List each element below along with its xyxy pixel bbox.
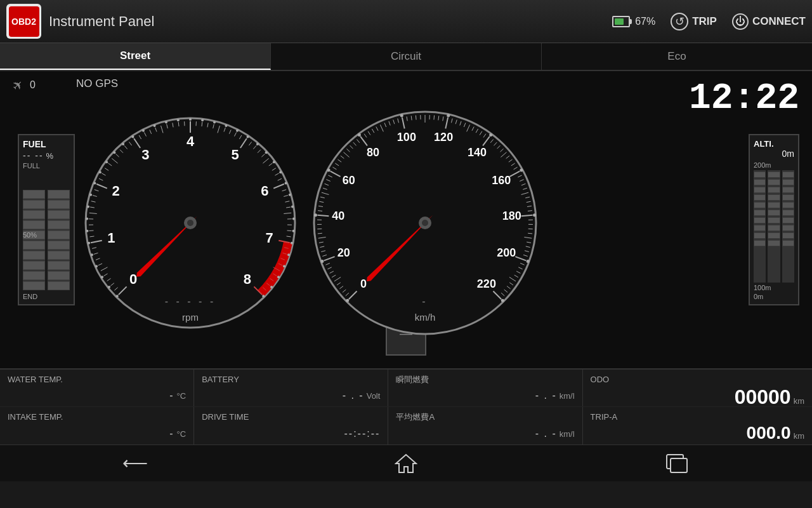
alti-top-value: 0m xyxy=(754,149,794,159)
stats-bar-2: INTAKE TEMP. - °C DRIVE TIME --:--:-- 平均… xyxy=(0,406,812,444)
battery-label: BATTERY xyxy=(202,375,380,385)
power-icon xyxy=(732,13,749,30)
alti-mid2-label: 100m xyxy=(754,284,794,291)
odo-cell: ODO 00000 km xyxy=(583,370,812,406)
nav-recent-button[interactable] xyxy=(658,452,696,475)
tab-street[interactable]: Street xyxy=(0,43,271,70)
trip-icon xyxy=(671,13,688,30)
fuel-unit: % xyxy=(46,151,54,161)
back-icon: ⟵ xyxy=(122,453,148,474)
instant-fuel-label: 瞬間燃費 xyxy=(396,375,574,385)
drive-time-value: --:--:-- xyxy=(344,428,381,439)
gps-icon: ✈ xyxy=(9,76,27,95)
connect-label: CONNECT xyxy=(752,15,806,28)
water-temp-unit: °C xyxy=(177,391,187,401)
intake-temp-cell: INTAKE TEMP. - °C xyxy=(0,407,194,444)
odo-unit: km xyxy=(794,396,804,406)
header: OBD2 Instrument Panel 67% TRIP CONNECT xyxy=(0,0,812,43)
gps-info: ✈ 0 xyxy=(13,77,36,93)
rpm-label: rpm xyxy=(182,312,199,323)
battery-unit: Volt xyxy=(367,391,381,401)
trip-a-value: 000.0 xyxy=(747,423,791,443)
connect-button[interactable]: CONNECT xyxy=(732,13,806,30)
home-icon xyxy=(395,452,417,475)
intake-temp-label: INTAKE TEMP. xyxy=(8,412,186,423)
instant-fuel-value: - . - xyxy=(535,390,557,401)
battery-fill xyxy=(615,18,623,25)
avg-fuel-cell: 平均燃費A - . - km/l xyxy=(388,407,582,444)
nav-back-button[interactable]: ⟵ xyxy=(116,452,154,475)
avg-fuel-unit: km/l xyxy=(560,429,575,439)
header-controls: 67% TRIP CONNECT xyxy=(612,13,806,30)
nav-bar: ⟵ xyxy=(0,444,812,481)
clock: 12:22 xyxy=(689,77,799,119)
odo-label: ODO xyxy=(591,375,804,385)
instant-fuel-cell: 瞬間燃費 - . - km/l xyxy=(388,370,582,406)
battery-widget: 67% xyxy=(612,16,655,27)
alti-mid-label: 200m xyxy=(754,161,794,169)
intake-temp-value: - xyxy=(169,428,174,439)
speed-gauge: - km/h xyxy=(304,99,546,340)
odo-value: 00000 xyxy=(735,385,791,409)
nav-home-button[interactable] xyxy=(387,452,425,475)
gps-speed: 0 xyxy=(30,79,36,91)
fuel-title: FUEL xyxy=(23,139,70,149)
battery-cell: BATTERY - . - Volt xyxy=(194,370,388,406)
obd2-logo: OBD2 xyxy=(6,4,41,39)
tab-eco[interactable]: Eco xyxy=(542,43,812,70)
drive-time-cell: DRIVE TIME --:--:-- xyxy=(194,407,388,444)
trip-a-label: TRIP-A xyxy=(591,412,804,423)
fuel-value: -- -- xyxy=(23,150,44,161)
alti-bottom-label: 0m xyxy=(754,293,794,300)
alti-gauge: ALTI. 0m 200m xyxy=(749,134,799,305)
water-temp-value: - xyxy=(169,390,174,401)
fuel-bar-1 xyxy=(23,190,45,290)
avg-fuel-label: 平均燃費A xyxy=(396,412,574,423)
battery-value: - . - xyxy=(343,390,364,401)
tab-circuit[interactable]: Circuit xyxy=(271,43,542,70)
fuel-full-label: FULL xyxy=(23,162,70,170)
drive-time-label: DRIVE TIME xyxy=(202,412,380,423)
svg-rect-2 xyxy=(671,458,687,472)
water-temp-label: WATER TEMP. xyxy=(8,375,186,385)
battery-icon xyxy=(612,16,630,27)
trip-label: TRIP xyxy=(692,15,717,28)
no-gps-label: NO GPS xyxy=(76,77,118,90)
instant-fuel-unit: km/l xyxy=(560,391,575,401)
trip-a-cell: TRIP-A 000.0 km xyxy=(583,407,812,444)
rpm-gauge: - - - - - rpm xyxy=(76,99,304,340)
obd2-logo-text: OBD2 xyxy=(9,6,39,37)
tab-bar: Street Circuit Eco xyxy=(0,43,812,71)
main-content: ✈ 0 NO GPS 12:22 FUEL -- -- % FULL xyxy=(0,71,812,368)
avg-fuel-value: - . - xyxy=(535,428,557,439)
intake-temp-unit: °C xyxy=(177,429,187,439)
alti-title: ALTI. xyxy=(754,139,794,149)
app-title: Instrument Panel xyxy=(49,13,612,30)
fuel-end-label: END xyxy=(23,293,70,300)
recent-icon xyxy=(665,453,688,474)
battery-percent: 67% xyxy=(635,16,655,27)
fuel-gauge: FUEL -- -- % FULL xyxy=(18,134,75,305)
rpm-center-dashes: - - - - - xyxy=(165,296,216,307)
trip-a-unit: km xyxy=(794,431,804,441)
water-temp-cell: WATER TEMP. - °C xyxy=(0,370,194,406)
stats-bar-1: WATER TEMP. - °C BATTERY - . - Volt 瞬間燃費… xyxy=(0,368,812,406)
speed-label: km/h xyxy=(415,312,436,323)
speed-center-dash: - xyxy=(422,296,428,307)
fuel-bar-2 xyxy=(48,190,70,290)
trip-button[interactable]: TRIP xyxy=(671,13,717,30)
svg-marker-0 xyxy=(396,455,416,472)
fuel-mid-label: 50% xyxy=(23,231,37,239)
